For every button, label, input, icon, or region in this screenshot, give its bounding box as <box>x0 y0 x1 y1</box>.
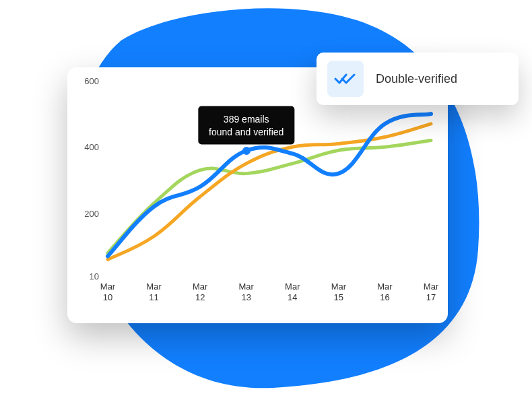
x-tick-label: Mar13 <box>233 281 260 302</box>
tooltip-line1: 389 emails <box>224 113 269 124</box>
badge-label: Double-verified <box>376 72 457 86</box>
y-tick-label: 10 <box>90 271 99 281</box>
x-axis-labels: Mar10Mar11Mar12Mar13Mar14Mar15Mar16Mar17 <box>108 281 431 308</box>
highlight-marker <box>242 147 251 155</box>
x-tick-label: Mar17 <box>418 281 444 302</box>
x-tick-label: Mar14 <box>279 281 306 302</box>
x-tick-label: Mar10 <box>94 281 121 302</box>
y-tick-label: 200 <box>84 208 99 218</box>
plot-area: 389 emails found and verified <box>108 81 431 276</box>
chart-tooltip: 389 emails found and verified <box>198 106 294 145</box>
y-tick-label: 400 <box>84 142 99 152</box>
tooltip-line2: found and verified <box>209 126 284 137</box>
x-tick-label: Mar15 <box>325 281 352 302</box>
chart-card: 10200400600 389 emails found and verifie… <box>67 67 448 323</box>
y-tick-label: 600 <box>84 76 99 86</box>
x-tick-label: Mar11 <box>141 281 168 302</box>
x-tick-label: Mar12 <box>187 281 213 302</box>
double-verified-badge: Double-verified <box>317 53 519 105</box>
y-axis-labels: 10200400600 <box>67 81 104 276</box>
double-check-icon <box>327 61 364 97</box>
x-tick-label: Mar16 <box>371 281 398 302</box>
